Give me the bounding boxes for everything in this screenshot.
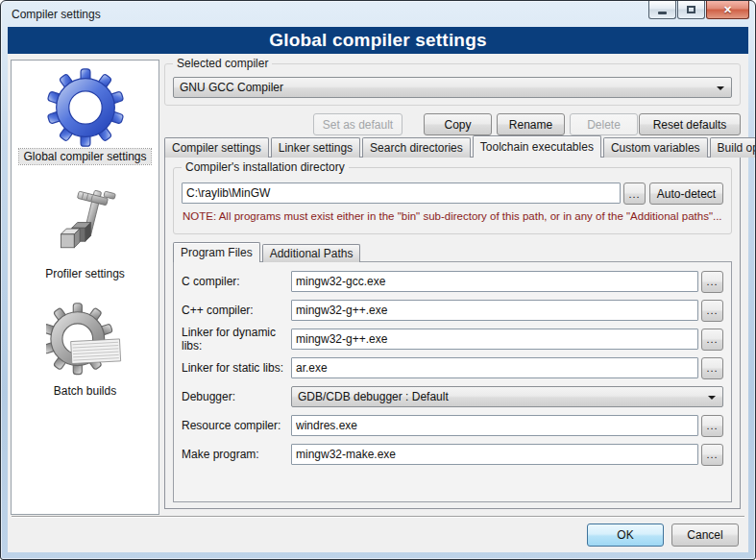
field-row-c-compiler: C compiler: ... [182,271,723,292]
static-linker-browse-button[interactable]: ... [701,357,723,379]
make-program-label: Make program: [182,448,291,461]
delete-button[interactable]: Delete [570,113,638,135]
titlebar[interactable]: Compiler settings [1,1,755,27]
page-title: Global compiler settings [8,27,748,54]
cpp-compiler-browse-button[interactable]: ... [701,300,723,322]
resource-compiler-browse-button[interactable]: ... [701,415,723,437]
tab-additional-paths[interactable]: Additional Paths [262,244,361,262]
field-row-debugger: Debugger: GDB/CDB debugger : Default [182,386,723,407]
sidebar-item-label: Profiler settings [41,266,129,281]
ok-button[interactable]: OK [587,523,664,547]
selected-compiler-combobox[interactable]: GNU GCC Compiler [173,77,732,98]
installation-directory-browse-button[interactable]: ... [623,183,646,205]
tab-build-options[interactable]: Build options [710,137,756,158]
selected-compiler-value: GNU GCC Compiler [180,81,283,94]
settings-category-list: Global compiler settings [11,60,159,515]
copy-button[interactable]: Copy [424,113,492,135]
debugger-value: GDB/CDB debugger : Default [298,390,449,403]
footer-separator [12,516,744,518]
compiler-settings-window: Compiler settings ✕ Global compiler sett… [0,0,756,560]
sidebar-item-global-compiler-settings[interactable]: Global compiler settings [19,68,150,164]
dialog-client-area: Global compiler settings [8,54,748,552]
field-row-static-linker: Linker for static libs: ... [182,357,723,378]
sidebar-item-profiler-settings[interactable]: Profiler settings [41,185,129,281]
maximize-button[interactable] [677,1,705,19]
dynamic-linker-browse-button[interactable]: ... [701,329,723,351]
installation-directory-input[interactable] [182,183,621,204]
sidebar-item-label: Batch builds [50,383,120,399]
cpp-compiler-label: C++ compiler: [182,304,291,317]
program-files-panel: C compiler: ... C++ compiler: ... Linker… [173,261,732,502]
chevron-down-icon [717,86,724,90]
tab-search-directories[interactable]: Search directories [362,137,471,158]
close-button[interactable]: ✕ [706,1,749,19]
cpp-compiler-input[interactable] [291,300,698,321]
tab-custom-variables[interactable]: Custom variables [603,137,708,158]
auto-detect-button[interactable]: Auto-detect [649,183,723,205]
chevron-down-icon [708,396,716,400]
maximize-icon [687,6,695,13]
dynamic-linker-input[interactable] [291,329,698,350]
tab-linker-settings[interactable]: Linker settings [271,137,360,158]
field-row-cpp-compiler: C++ compiler: ... [182,300,723,321]
sidebar-item-label: Global compiler settings [19,149,150,164]
static-linker-label: Linker for static libs: [182,361,291,375]
gray-gear-papers-icon [46,303,125,381]
field-row-make-program: Make program: ... [182,444,723,465]
close-icon: ✕ [723,5,732,15]
blue-gear-icon [46,68,125,147]
toolchain-executables-panel: Compiler's installation directory ... Au… [164,157,741,509]
sidebar-item-batch-builds[interactable]: Batch builds [46,303,125,399]
field-row-resource-compiler: Resource compiler: ... [182,415,723,436]
installation-directory-legend: Compiler's installation directory [182,160,349,174]
debugger-label: Debugger: [182,390,291,403]
tab-compiler-settings[interactable]: Compiler settings [164,137,269,158]
tab-toolchain-executables[interactable]: Toolchain executables [473,135,601,158]
debugger-combobox[interactable]: GDB/CDB debugger : Default [291,386,723,407]
rename-button[interactable]: Rename [497,113,565,135]
selected-compiler-legend: Selected compiler [173,57,272,70]
window-title: Compiler settings [12,8,101,21]
installation-directory-group: Compiler's installation directory ... Au… [173,167,732,234]
dynamic-linker-label: Linker for dynamic libs: [182,326,291,353]
installation-note: NOTE: All programs must exist either in … [183,210,725,222]
set-as-default-button[interactable]: Set as default [313,113,402,135]
make-program-browse-button[interactable]: ... [701,444,723,466]
cancel-button[interactable]: Cancel [671,523,739,547]
program-files-tabstrip: Program Files Additional Paths [173,242,362,262]
caption-buttons: ✕ [647,1,749,19]
main-panel: Selected compiler GNU GCC Compiler Set a… [164,60,741,509]
field-row-dynamic-linker: Linker for dynamic libs: ... [182,329,723,350]
selected-compiler-group: Selected compiler GNU GCC Compiler [164,63,741,106]
c-compiler-browse-button[interactable]: ... [701,271,723,293]
compiler-actions-row: Set as default Copy Rename Delete Reset … [164,113,741,135]
caliper-icon [45,185,124,264]
c-compiler-input[interactable] [291,271,698,292]
resource-compiler-label: Resource compiler: [182,419,291,432]
tab-program-files[interactable]: Program Files [173,242,260,262]
settings-tabstrip: Compiler settings Linker settings Search… [164,135,741,158]
static-linker-input[interactable] [291,357,698,378]
reset-defaults-button[interactable]: Reset defaults [639,113,741,135]
resource-compiler-input[interactable] [291,415,698,436]
minimize-button[interactable] [648,1,676,19]
minimize-icon [658,12,667,14]
make-program-input[interactable] [291,444,698,465]
c-compiler-label: C compiler: [182,275,291,288]
